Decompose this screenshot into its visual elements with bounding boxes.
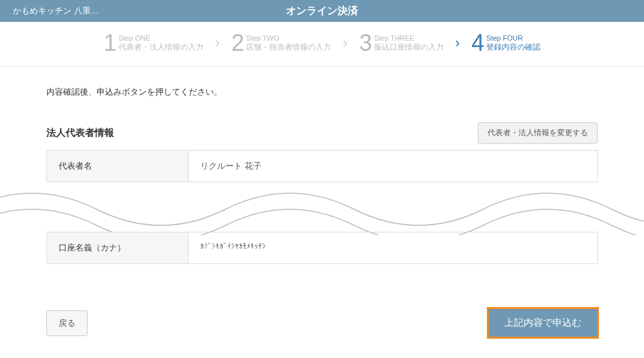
- chevron-right-icon: ›: [455, 35, 460, 52]
- row-value: ｶﾌﾞｼｷｶﾞｲｼﾔｶﾓﾒｷｯﾁﾝ: [189, 232, 597, 263]
- step-1: 1 Step ONE 代表者・法人情報の入力: [104, 32, 204, 55]
- chevron-right-icon: ›: [215, 35, 220, 52]
- step-label: Step ONE: [118, 33, 204, 42]
- section-header: 法人代表者情報 代表者・法人情報を変更する: [46, 122, 598, 144]
- footer-actions: 戻る 上記内容で申込む: [46, 307, 599, 339]
- chevron-right-icon: ›: [343, 35, 347, 52]
- row-label: 口座名義（カナ）: [47, 232, 189, 263]
- step-desc: 登録内容の確認: [486, 42, 540, 53]
- step-number: 3: [359, 32, 372, 55]
- header: かもめキッチン 八重… オンライン決済: [0, 0, 644, 22]
- content-area: 内容確認後、申込みボタンを押してください。 法人代表者情報 代表者・法人情報を変…: [0, 67, 644, 182]
- account-info-section: 口座名義（カナ） ｶﾌﾞｼｷｶﾞｲｼﾔｶﾓﾒｷｯﾁﾝ: [46, 232, 598, 264]
- step-desc: 振込口座情報の入力: [374, 42, 444, 53]
- ellipsis-wave-decoration: [0, 184, 644, 235]
- step-label: Step THREE: [374, 33, 444, 42]
- submit-button[interactable]: 上記内容で申込む: [487, 307, 599, 339]
- step-3: 3 Step THREE 振込口座情報の入力: [359, 32, 444, 55]
- table-row: 口座名義（カナ） ｶﾌﾞｼｷｶﾞｲｼﾔｶﾓﾒｷｯﾁﾝ: [47, 232, 597, 263]
- row-value: リクルート 花子: [189, 151, 597, 182]
- step-desc: 店舗・担当者情報の入力: [246, 42, 331, 53]
- table-row: 代表者名 リクルート 花子: [47, 151, 597, 182]
- step-label: Step FOUR: [486, 33, 540, 42]
- step-desc: 代表者・法人情報の入力: [118, 42, 204, 53]
- step-indicator: 1 Step ONE 代表者・法人情報の入力 › 2 Step TWO 店舗・担…: [0, 22, 644, 67]
- step-4: 4 Step FOUR 登録内容の確認: [471, 32, 540, 55]
- page-title: オンライン決済: [286, 5, 358, 18]
- step-label: Step TWO: [246, 33, 331, 42]
- back-button[interactable]: 戻る: [46, 310, 88, 336]
- instruction-text: 内容確認後、申込みボタンを押してください。: [46, 86, 598, 98]
- step-number: 4: [471, 32, 484, 55]
- step-number: 1: [104, 32, 117, 55]
- step-2: 2 Step TWO 店舗・担当者情報の入力: [231, 32, 331, 55]
- representative-info-table: 代表者名 リクルート 花子: [46, 150, 598, 182]
- shop-name: かもめキッチン 八重…: [13, 5, 99, 17]
- account-info-table: 口座名義（カナ） ｶﾌﾞｼｷｶﾞｲｼﾔｶﾓﾒｷｯﾁﾝ: [46, 232, 598, 264]
- edit-representative-button[interactable]: 代表者・法人情報を変更する: [478, 122, 598, 144]
- section-title: 法人代表者情報: [46, 127, 114, 139]
- step-number: 2: [231, 32, 244, 55]
- row-label: 代表者名: [47, 151, 189, 182]
